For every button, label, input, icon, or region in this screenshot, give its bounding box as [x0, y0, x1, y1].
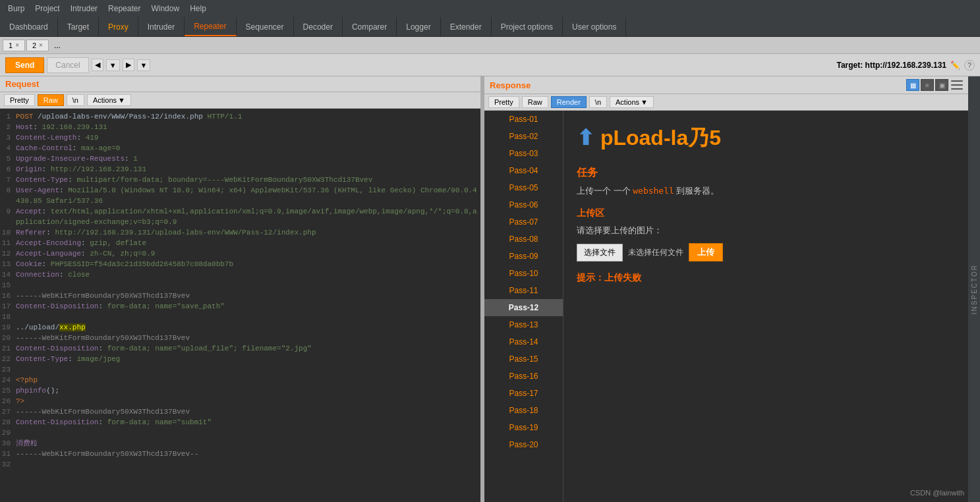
code-line-28: 28Content-Disposition: form-data; name="…	[0, 417, 480, 428]
code-line-22: 22Content-Type: image/jpeg	[0, 354, 480, 364]
csdn-watermark: CSDN @lainwith	[910, 489, 964, 497]
help-icon[interactable]: ?	[964, 60, 975, 70]
request-code-area[interactable]: 1POST /upload-labs-env/WWW/Pass-12/index…	[0, 109, 480, 502]
response-panel: Response ▦ ≡ ▣ Pretty Raw Render \n Ac	[484, 76, 968, 502]
request-tab-pretty[interactable]: Pretty	[4, 94, 35, 106]
code-line-3: 3Content-Length: 419	[0, 132, 480, 143]
menu-burp[interactable]: Burp	[3, 3, 30, 14]
nav-forward[interactable]: ▶	[123, 59, 134, 71]
response-tab-raw[interactable]: Raw	[522, 96, 548, 108]
code-line-24: 24<?php	[0, 375, 480, 385]
tab-comparer[interactable]: Comparer	[343, 17, 397, 36]
pass-item-pass18[interactable]: Pass-18	[484, 402, 563, 419]
response-tab-pretty[interactable]: Pretty	[488, 96, 519, 108]
more-tabs[interactable]: ...	[50, 40, 65, 51]
pass-item-pass08[interactable]: Pass-08	[484, 231, 563, 248]
choose-file-button[interactable]: 选择文件	[577, 244, 623, 262]
pass-item-pass06[interactable]: Pass-06	[484, 196, 563, 213]
code-line-5: 5Upgrade-Insecure-Requests: 1	[0, 153, 480, 164]
pass-item-pass02[interactable]: Pass-02	[484, 128, 563, 145]
request-tab-raw[interactable]: Raw	[38, 94, 64, 106]
nav-forward2[interactable]: ▼	[137, 59, 151, 71]
tab-logger[interactable]: Logger	[397, 17, 440, 36]
tab-repeater[interactable]: Repeater	[185, 17, 236, 36]
pass-item-pass16[interactable]: Pass-16	[484, 368, 563, 385]
nav-back[interactable]: ◀	[92, 59, 103, 71]
pass-item-pass13[interactable]: Pass-13	[484, 316, 563, 333]
tab-target[interactable]: Target	[58, 17, 99, 36]
pass-item-pass19[interactable]: Pass-19	[484, 419, 563, 436]
pass-item-pass04[interactable]: Pass-04	[484, 162, 563, 179]
target-label: Target: http://192.168.239.131	[836, 61, 946, 70]
response-title: Response	[490, 80, 531, 90]
tab-proxy[interactable]: Proxy	[99, 17, 138, 36]
render-area: Pass-01Pass-02Pass-03Pass-04Pass-05Pass-…	[484, 111, 968, 502]
tab-project-options[interactable]: Project options	[492, 17, 563, 36]
request-tab-ln[interactable]: \n	[67, 94, 84, 106]
request-tab-actions[interactable]: Actions ▼	[87, 94, 131, 106]
response-tab-actions[interactable]: Actions ▼	[610, 96, 654, 108]
actions-label: Actions	[93, 96, 117, 104]
code-line-25: 25phpinfo();	[0, 385, 480, 396]
code-line-23: 23	[0, 364, 480, 375]
response-header-row: Response ▦ ≡ ▣	[484, 76, 968, 94]
pass-item-pass20[interactable]: Pass-20	[484, 436, 563, 453]
main-tab-bar: Dashboard Target Proxy Intruder Repeater…	[0, 17, 980, 37]
pass-item-pass03[interactable]: Pass-03	[484, 145, 563, 162]
task-description: 上传一个 一个 webshell 到服务器。	[577, 185, 955, 197]
pass-list: Pass-01Pass-02Pass-03Pass-04Pass-05Pass-…	[484, 111, 563, 502]
hamburger-menu[interactable]	[951, 80, 963, 90]
view-btn-horizontal[interactable]: ≡	[921, 79, 934, 91]
menu-intruder[interactable]: Intruder	[65, 3, 103, 14]
sub-tab-2[interactable]: 2 ×	[26, 40, 49, 51]
tab-user-options[interactable]: User options	[563, 17, 626, 36]
task-text-post: 到服务器。	[676, 186, 719, 196]
cancel-button[interactable]: Cancel	[47, 57, 88, 73]
menu-project[interactable]: Project	[30, 3, 65, 14]
code-line-31: 31------WebKitFormBoundary50XW3Thcd137Bv…	[0, 449, 480, 459]
menu-repeater[interactable]: Repeater	[103, 3, 146, 14]
tab-decoder[interactable]: Decoder	[294, 17, 343, 36]
code-line-7: 7Content-Type: multipart/form-data; boun…	[0, 175, 480, 185]
toolbar-left: Send Cancel ◀ ▼ ▶ ▼	[5, 57, 150, 73]
code-line-10: 10Referer: http://192.168.239.131/upload…	[0, 227, 480, 238]
tab-dashboard[interactable]: Dashboard	[0, 17, 58, 36]
upload-submit-button[interactable]: 上传	[689, 243, 723, 262]
upload-hint: 提示：上传失败	[577, 272, 955, 284]
menu-window[interactable]: Window	[146, 3, 185, 14]
tab-intruder[interactable]: Intruder	[138, 17, 185, 36]
send-button[interactable]: Send	[5, 57, 44, 73]
sub-tab-1[interactable]: 1 ×	[3, 40, 25, 51]
pass-item-pass10[interactable]: Pass-10	[484, 265, 563, 282]
render-content: ⬆ pLoad-la乃5 任务 上传一个 一个 webshell 到服务器。 上…	[563, 111, 968, 502]
pass-item-pass11[interactable]: Pass-11	[484, 282, 563, 299]
close-tab-2[interactable]: ×	[39, 42, 43, 49]
pass-item-pass01[interactable]: Pass-01	[484, 111, 563, 128]
request-title: Request	[0, 76, 480, 92]
pass-item-pass05[interactable]: Pass-05	[484, 179, 563, 196]
pass-item-pass15[interactable]: Pass-15	[484, 350, 563, 368]
response-tab-ln[interactable]: \n	[589, 96, 607, 108]
inspector-panel[interactable]: INSPECTOR	[968, 76, 980, 502]
pass-item-pass12[interactable]: Pass-12	[484, 299, 563, 316]
tab-sequencer[interactable]: Sequencer	[237, 17, 294, 36]
pass-item-pass14[interactable]: Pass-14	[484, 333, 563, 350]
upload-area-title: 上传区	[577, 208, 955, 219]
menu-help[interactable]: Help	[185, 3, 212, 14]
pass-item-pass17[interactable]: Pass-17	[484, 385, 563, 402]
close-tab-1[interactable]: ×	[15, 42, 19, 49]
response-actions-dropdown-icon: ▼	[641, 98, 648, 106]
upload-row: 选择文件 未选择任何文件 上传	[577, 243, 955, 262]
edit-target-icon[interactable]: ✏️	[950, 61, 960, 70]
code-line-12: 12Accept-Language: zh-CN, zh;q=0.9	[0, 248, 480, 259]
view-btn-single[interactable]: ▣	[935, 79, 948, 91]
inspector-label: INSPECTOR	[971, 258, 978, 321]
request-panel: Request Pretty Raw \n Actions ▼ 1POST /u…	[0, 76, 481, 502]
view-btn-split[interactable]: ▦	[906, 79, 919, 91]
pass-item-pass07[interactable]: Pass-07	[484, 213, 563, 231]
response-tab-render[interactable]: Render	[551, 96, 587, 108]
nav-back2[interactable]: ▼	[106, 59, 120, 71]
code-line-9: 9Accept: text/html,application/xhtml+xml…	[0, 206, 480, 227]
pass-item-pass09[interactable]: Pass-09	[484, 248, 563, 265]
tab-extender[interactable]: Extender	[441, 17, 492, 36]
